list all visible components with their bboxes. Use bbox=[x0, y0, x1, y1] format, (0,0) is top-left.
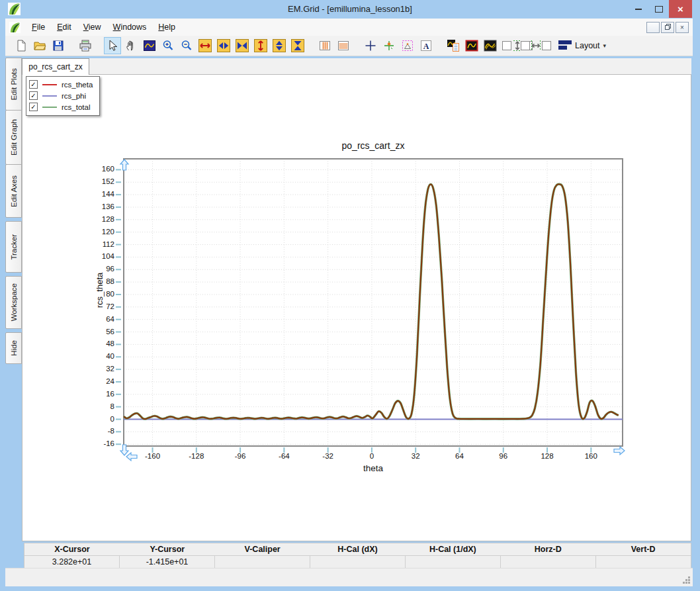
resize-grip[interactable] bbox=[682, 576, 691, 584]
tracker-cursor-icon bbox=[382, 39, 396, 52]
close-icon: × bbox=[678, 3, 683, 15]
cursor-value-0: 3.282e+01 bbox=[24, 556, 119, 568]
print-button[interactable] bbox=[77, 37, 94, 54]
shrink-y-button[interactable] bbox=[289, 37, 306, 54]
expand-x-button[interactable] bbox=[197, 37, 214, 54]
pan-arrow-icon[interactable] bbox=[120, 159, 128, 170]
sidebar-tab-workspace[interactable]: Workspace bbox=[5, 276, 22, 329]
stretch-x-icon bbox=[217, 39, 230, 52]
close-button[interactable]: × bbox=[669, 0, 692, 18]
stretch-y-button[interactable] bbox=[271, 37, 288, 54]
align-horizontal-button[interactable] bbox=[527, 37, 545, 54]
legend-label: rcs_phi bbox=[62, 92, 86, 100]
caliper-triangle-button[interactable] bbox=[399, 37, 416, 54]
new-file-button[interactable] bbox=[13, 37, 30, 54]
sidebar-tab-edit-axes[interactable]: Edit Axes bbox=[5, 164, 22, 218]
tracker-cursor-button[interactable] bbox=[380, 37, 398, 54]
expand-y-button[interactable] bbox=[252, 37, 269, 54]
legend-item-rcs_theta: ✓rcs_theta bbox=[29, 79, 93, 90]
vertical-markers-button[interactable] bbox=[316, 37, 333, 54]
plot-canvas[interactable] bbox=[123, 158, 623, 447]
caliper-triangle-icon bbox=[401, 39, 414, 52]
plot-properties-icon bbox=[447, 39, 460, 52]
chevron-down-icon: ▾ bbox=[603, 42, 607, 49]
cursor-col-h-cal-dx-: H-Cal (dX) bbox=[310, 543, 406, 555]
pan-hand-button[interactable] bbox=[122, 37, 140, 54]
zoom-out-button[interactable] bbox=[178, 37, 195, 54]
sidebar-tab-tracker[interactable]: Tracker bbox=[5, 221, 22, 273]
sidebar-tab-hide[interactable]: Hide bbox=[5, 332, 22, 364]
minimize-button[interactable] bbox=[628, 0, 648, 18]
cursor-value-5 bbox=[500, 556, 595, 568]
y-tick-label: 152 bbox=[82, 177, 114, 185]
zoom-out-icon bbox=[180, 39, 193, 52]
x-tick-label: 0 bbox=[351, 452, 393, 460]
cursor-col-h-cal-1-dx-: H-Cal (1/dX) bbox=[405, 543, 500, 555]
zoom-in-button[interactable] bbox=[159, 37, 177, 54]
plot-properties-button[interactable] bbox=[445, 37, 462, 54]
new-file-icon bbox=[15, 39, 28, 52]
y-tick-label: 48 bbox=[82, 340, 114, 347]
mdi-restore-button[interactable] bbox=[661, 22, 674, 33]
y-tick-label: 96 bbox=[82, 265, 114, 273]
mdi-minimize-button[interactable] bbox=[646, 22, 660, 33]
svg-text:A: A bbox=[423, 42, 429, 51]
crosshair-icon bbox=[364, 39, 377, 52]
cursor-value-1: -1.415e+01 bbox=[119, 556, 214, 568]
maximize-icon bbox=[655, 6, 663, 13]
zoom-in-icon bbox=[161, 39, 175, 52]
tab-po-rcs-cart-zx[interactable]: po_rcs_cart_zx bbox=[22, 58, 89, 75]
cursor-value-4 bbox=[405, 556, 500, 568]
text-label-button[interactable]: A bbox=[417, 37, 435, 54]
mdi-close-button[interactable]: × bbox=[676, 22, 689, 33]
y-tick-label: 160 bbox=[82, 165, 114, 173]
x-tick-label: -128 bbox=[175, 452, 218, 460]
plot-legend: ✓rcs_theta✓rcs_phi✓rcs_total bbox=[26, 76, 100, 116]
y-tick-label: -16 bbox=[82, 439, 114, 447]
open-file-button[interactable] bbox=[31, 37, 48, 54]
zoom-window-button[interactable] bbox=[141, 37, 158, 54]
legend-checkbox-rcs_phi[interactable]: ✓ bbox=[29, 91, 38, 100]
x-tick-label: -64 bbox=[263, 452, 305, 460]
save-file-button[interactable] bbox=[50, 37, 67, 54]
shrink-y-icon bbox=[291, 39, 304, 52]
plot-frame-button[interactable] bbox=[463, 37, 480, 54]
print-icon bbox=[79, 39, 92, 52]
y-tick-label: 88 bbox=[82, 277, 114, 285]
horizontal-markers-button[interactable] bbox=[335, 37, 352, 54]
sidebar-tab-edit-graph[interactable]: Edit Graph bbox=[5, 110, 22, 165]
shrink-x-button[interactable] bbox=[234, 37, 251, 54]
x-tick-label: -32 bbox=[307, 452, 349, 460]
menu-windows[interactable]: Windows bbox=[107, 20, 153, 34]
align-horizontal-icon bbox=[520, 39, 552, 52]
horizontal-markers-icon bbox=[337, 39, 350, 52]
select-arrow-icon bbox=[106, 39, 119, 52]
sidebar-tab-edit-plots[interactable]: Edit Plots bbox=[5, 58, 22, 111]
cursor-readout-table: X-CursorY-CursorV-CaliperH-Cal (dX)H-Cal… bbox=[24, 543, 691, 568]
graph-client-area: ✓rcs_theta✓rcs_phi✓rcs_total po_rcs_cart… bbox=[22, 74, 691, 541]
sidebar-tab-label: Tracker bbox=[10, 234, 18, 260]
text-label-icon: A bbox=[419, 39, 433, 52]
legend-swatch-rcs_theta bbox=[42, 84, 57, 85]
menu-help[interactable]: Help bbox=[152, 20, 181, 34]
sidebar-tab-label: Hide bbox=[10, 340, 18, 356]
layout-menu-button[interactable]: Layout▾ bbox=[554, 36, 611, 56]
stretch-x-button[interactable] bbox=[215, 37, 232, 54]
y-tick-label: 0 bbox=[82, 415, 114, 423]
maximize-button[interactable] bbox=[648, 0, 669, 18]
plot-overlay-button[interactable] bbox=[482, 37, 499, 54]
menu-file[interactable]: File bbox=[26, 20, 51, 34]
crosshair-button[interactable] bbox=[362, 37, 379, 54]
layout-menu-icon bbox=[558, 38, 572, 54]
select-arrow-button[interactable] bbox=[104, 37, 121, 54]
y-tick-label: 112 bbox=[82, 240, 114, 248]
x-axis-label: theta bbox=[123, 463, 623, 473]
pan-arrow-icon[interactable] bbox=[614, 447, 625, 455]
y-tick-label: 72 bbox=[82, 302, 114, 310]
y-tick-label: 24 bbox=[82, 377, 114, 385]
menu-view[interactable]: View bbox=[77, 20, 107, 34]
menu-edit[interactable]: Edit bbox=[51, 20, 77, 34]
side-tab-strip: Edit PlotsEdit GraphEdit AxesTrackerWork… bbox=[5, 58, 22, 364]
legend-checkbox-rcs_theta[interactable]: ✓ bbox=[29, 80, 38, 89]
legend-checkbox-rcs_total[interactable]: ✓ bbox=[29, 103, 38, 111]
